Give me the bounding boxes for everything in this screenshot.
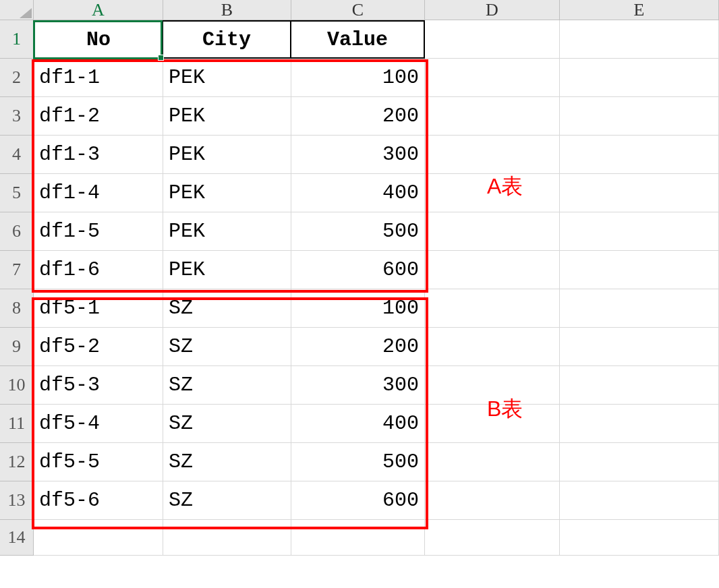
cell-b3[interactable]: PEK (163, 97, 291, 136)
cell-a8[interactable]: df5-1 (34, 289, 163, 328)
cell-a1[interactable]: No (34, 20, 163, 59)
cell-d2[interactable] (425, 59, 560, 97)
cell-b8[interactable]: SZ (163, 289, 291, 328)
row-header-2[interactable]: 2 (0, 59, 34, 97)
cell-b13[interactable]: SZ (163, 481, 291, 520)
cell-c1[interactable]: Value (291, 20, 425, 59)
table-row: 9 df5-2 SZ 200 (0, 328, 719, 366)
cell-b4[interactable]: PEK (163, 136, 291, 174)
cell-c6[interactable]: 500 (291, 212, 425, 251)
table-row: 5 df1-4 PEK 400 (0, 174, 719, 212)
table-row: 12 df5-5 SZ 500 (0, 443, 719, 481)
cell-b9[interactable]: SZ (163, 328, 291, 366)
table-row: 3 df1-2 PEK 200 (0, 97, 719, 136)
cell-e6[interactable] (560, 212, 719, 251)
cell-c7[interactable]: 600 (291, 251, 425, 289)
cell-d4[interactable] (425, 136, 560, 174)
cell-b11[interactable]: SZ (163, 405, 291, 443)
column-headers-row: A B C D E (0, 0, 719, 20)
cell-b6[interactable]: PEK (163, 212, 291, 251)
cell-d6[interactable] (425, 212, 560, 251)
cell-e13[interactable] (560, 481, 719, 520)
row-header-12[interactable]: 12 (0, 443, 34, 481)
cell-c12[interactable]: 500 (291, 443, 425, 481)
cell-d9[interactable] (425, 328, 560, 366)
cell-c8[interactable]: 100 (291, 289, 425, 328)
cell-c3[interactable]: 200 (291, 97, 425, 136)
table-row: 13 df5-6 SZ 600 (0, 481, 719, 520)
cell-a13[interactable]: df5-6 (34, 481, 163, 520)
cell-e9[interactable] (560, 328, 719, 366)
cell-c13[interactable]: 600 (291, 481, 425, 520)
cell-a2[interactable]: df1-1 (34, 59, 163, 97)
cell-d12[interactable] (425, 443, 560, 481)
cell-b14[interactable] (163, 520, 291, 556)
cell-e4[interactable] (560, 136, 719, 174)
cell-a14[interactable] (34, 520, 163, 556)
cell-a6[interactable]: df1-5 (34, 212, 163, 251)
cell-d8[interactable] (425, 289, 560, 328)
cell-d14[interactable] (425, 520, 560, 556)
row-header-14[interactable]: 14 (0, 520, 34, 556)
column-header-c[interactable]: C (291, 0, 425, 20)
table-row: 1 No City Value (0, 20, 719, 59)
cell-d3[interactable] (425, 97, 560, 136)
cell-c10[interactable]: 300 (291, 366, 425, 405)
row-header-8[interactable]: 8 (0, 289, 34, 328)
row-header-11[interactable]: 11 (0, 405, 34, 443)
row-header-1[interactable]: 1 (0, 20, 34, 59)
cell-a9[interactable]: df5-2 (34, 328, 163, 366)
table-row: 6 df1-5 PEK 500 (0, 212, 719, 251)
cell-d7[interactable] (425, 251, 560, 289)
cell-a7[interactable]: df1-6 (34, 251, 163, 289)
column-header-a[interactable]: A (34, 0, 163, 20)
column-header-d[interactable]: D (425, 0, 560, 20)
table-row: 8 df5-1 SZ 100 (0, 289, 719, 328)
cell-e11[interactable] (560, 405, 719, 443)
cell-a10[interactable]: df5-3 (34, 366, 163, 405)
cell-e8[interactable] (560, 289, 719, 328)
cell-e2[interactable] (560, 59, 719, 97)
cell-c2[interactable]: 100 (291, 59, 425, 97)
cell-a12[interactable]: df5-5 (34, 443, 163, 481)
cell-c9[interactable]: 200 (291, 328, 425, 366)
cell-e14[interactable] (560, 520, 719, 556)
cell-e1[interactable] (560, 20, 719, 59)
row-header-13[interactable]: 13 (0, 481, 34, 520)
row-header-6[interactable]: 6 (0, 212, 34, 251)
cell-e5[interactable] (560, 174, 719, 212)
annotation-label-a: A表 (487, 172, 523, 202)
cell-b5[interactable]: PEK (163, 174, 291, 212)
cell-a11[interactable]: df5-4 (34, 405, 163, 443)
cell-b1[interactable]: City (163, 20, 291, 59)
cell-b2[interactable]: PEK (163, 59, 291, 97)
table-row: 4 df1-3 PEK 300 (0, 136, 719, 174)
column-header-b[interactable]: B (163, 0, 291, 20)
column-header-e[interactable]: E (560, 0, 719, 20)
row-header-7[interactable]: 7 (0, 251, 34, 289)
cell-b12[interactable]: SZ (163, 443, 291, 481)
select-all-corner[interactable] (0, 0, 34, 20)
cell-c11[interactable]: 400 (291, 405, 425, 443)
row-header-9[interactable]: 9 (0, 328, 34, 366)
cell-c5[interactable]: 400 (291, 174, 425, 212)
cell-c14[interactable] (291, 520, 425, 556)
cell-e7[interactable] (560, 251, 719, 289)
cell-b7[interactable]: PEK (163, 251, 291, 289)
cell-e10[interactable] (560, 366, 719, 405)
cell-c4[interactable]: 300 (291, 136, 425, 174)
cell-e12[interactable] (560, 443, 719, 481)
row-header-3[interactable]: 3 (0, 97, 34, 136)
cell-d1[interactable] (425, 20, 560, 59)
table-row: 10 df5-3 SZ 300 (0, 366, 719, 405)
cell-a5[interactable]: df1-4 (34, 174, 163, 212)
table-row: 14 (0, 520, 719, 556)
cell-a4[interactable]: df1-3 (34, 136, 163, 174)
row-header-5[interactable]: 5 (0, 174, 34, 212)
cell-a3[interactable]: df1-2 (34, 97, 163, 136)
cell-e3[interactable] (560, 97, 719, 136)
cell-d13[interactable] (425, 481, 560, 520)
row-header-4[interactable]: 4 (0, 136, 34, 174)
row-header-10[interactable]: 10 (0, 366, 34, 405)
cell-b10[interactable]: SZ (163, 366, 291, 405)
